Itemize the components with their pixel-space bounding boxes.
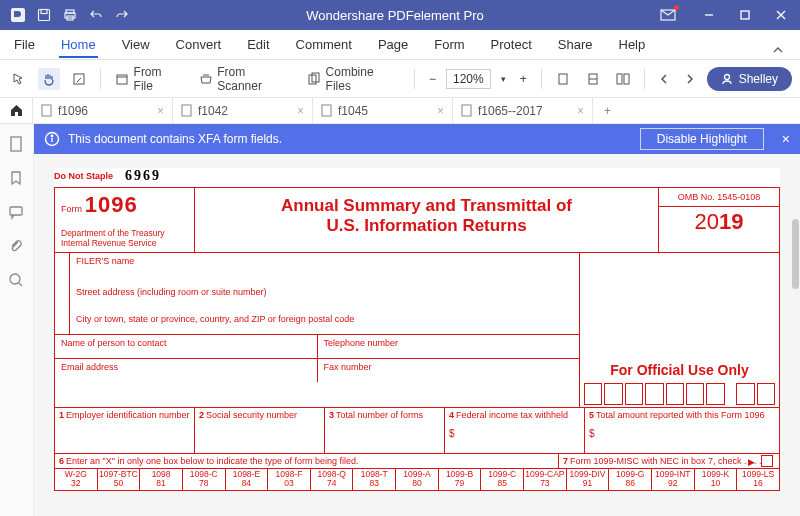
form-type-column[interactable]: 1098-E84	[226, 469, 269, 490]
nec-checkbox[interactable]	[761, 455, 773, 467]
form-type-column[interactable]: 1098-Q74	[311, 469, 354, 490]
menu-page[interactable]: Page	[376, 31, 410, 58]
form-type-column[interactable]: 1099-A80	[396, 469, 439, 490]
menu-help[interactable]: Help	[617, 31, 648, 58]
close-tab-icon[interactable]: ×	[577, 104, 584, 118]
email-field[interactable]: Email address	[55, 359, 318, 382]
from-scanner-button[interactable]: From Scanner	[195, 62, 295, 96]
next-page-button[interactable]	[681, 71, 699, 87]
thumbnails-icon[interactable]	[8, 136, 26, 154]
disable-highlight-button[interactable]: Disable Highlight	[640, 128, 764, 150]
zoom-out-button[interactable]: −	[425, 69, 440, 89]
close-button[interactable]	[764, 0, 798, 30]
page-canvas[interactable]: Do Not Staple6969 Form 1096 Department o…	[34, 154, 800, 516]
close-tab-icon[interactable]: ×	[157, 104, 164, 118]
department-label: Department of the Treasury Internal Reve…	[61, 228, 188, 248]
menu-edit[interactable]: Edit	[245, 31, 271, 58]
arrow-icon: ▶	[748, 457, 755, 467]
minimize-button[interactable]	[692, 0, 726, 30]
two-page-icon[interactable]	[612, 69, 634, 89]
prev-page-button[interactable]	[655, 71, 673, 87]
svg-rect-25	[11, 137, 21, 151]
toolbar: From File From Scanner Combine Files − 1…	[0, 60, 800, 98]
zoom-value[interactable]: 120%	[446, 69, 491, 89]
doc-tab-0[interactable]: f1096×	[32, 98, 172, 123]
undo-icon[interactable]	[88, 7, 104, 23]
close-tab-icon[interactable]: ×	[437, 104, 444, 118]
city-field[interactable]: City or town, state or province, country…	[69, 311, 579, 334]
combine-files-button[interactable]: Combine Files	[303, 62, 404, 96]
menu-convert[interactable]: Convert	[174, 31, 224, 58]
fit-width-icon[interactable]	[552, 69, 574, 89]
total-forms-field[interactable]: Total number of forms	[336, 410, 423, 420]
edit-tool-icon[interactable]	[68, 69, 90, 89]
telephone-field[interactable]: Telephone number	[318, 335, 580, 358]
doc-tab-1[interactable]: f1042×	[172, 98, 312, 123]
bookmarks-icon[interactable]	[8, 170, 26, 188]
menu-comment[interactable]: Comment	[294, 31, 354, 58]
menu-view[interactable]: View	[120, 31, 152, 58]
fax-field[interactable]: Fax number	[318, 359, 580, 382]
app-title: Wondershare PDFelement Pro	[130, 8, 660, 23]
close-notification-icon[interactable]: ×	[782, 131, 790, 147]
form-type-column[interactable]: 1099-B79	[439, 469, 482, 490]
search-icon[interactable]	[8, 272, 26, 290]
form-type-column[interactable]: 1097-BTC50	[98, 469, 141, 490]
close-tab-icon[interactable]: ×	[297, 104, 304, 118]
form-type-column[interactable]: 1099-LS16	[737, 469, 779, 490]
svg-rect-8	[741, 11, 749, 19]
fit-page-icon[interactable]	[582, 69, 604, 89]
titlebar: Wondershare PDFelement Pro	[0, 0, 800, 30]
mail-icon[interactable]	[660, 7, 676, 23]
redo-icon[interactable]	[114, 7, 130, 23]
form-type-column[interactable]: 1099-DIV91	[567, 469, 610, 490]
zoom-dropdown-icon[interactable]: ▾	[497, 71, 510, 87]
doc-tab-3[interactable]: f1065--2017×	[452, 98, 592, 123]
filer-name-field[interactable]: FILER'S name	[69, 253, 579, 284]
xfa-message: This document contains XFA form fields.	[68, 132, 282, 146]
save-icon[interactable]	[36, 7, 52, 23]
ein-field[interactable]: Employer identification number	[66, 410, 190, 420]
menu-protect[interactable]: Protect	[489, 31, 534, 58]
staple-number: 6969	[125, 168, 161, 184]
maximize-button[interactable]	[728, 0, 762, 30]
form-type-column[interactable]: 1099-INT92	[652, 469, 695, 490]
menu-home[interactable]: Home	[59, 31, 98, 58]
form-type-column[interactable]: 1098-F03	[268, 469, 311, 490]
home-tab-icon[interactable]	[0, 103, 32, 118]
form-type-column[interactable]: 1099-C85	[481, 469, 524, 490]
form-type-column[interactable]: 1099-CAP73	[524, 469, 567, 490]
user-button[interactable]: Shelley	[707, 67, 792, 91]
doc-tab-2[interactable]: f1045×	[312, 98, 452, 123]
scrollbar-thumb[interactable]	[792, 219, 799, 289]
street-address-field[interactable]: Street address (including room or suite …	[69, 284, 579, 311]
form-type-label: Enter an "X" in only one box below to in…	[66, 456, 359, 466]
form-type-column[interactable]: W-2G32	[55, 469, 98, 490]
menu-file[interactable]: File	[12, 31, 37, 58]
form-type-column[interactable]: 1099-K10	[695, 469, 738, 490]
from-file-button[interactable]: From File	[111, 62, 187, 96]
menu-share[interactable]: Share	[556, 31, 595, 58]
hand-tool-icon[interactable]	[38, 68, 60, 90]
ssn-field[interactable]: Social security number	[206, 410, 297, 420]
svg-rect-24	[462, 105, 471, 116]
new-tab-button[interactable]: +	[592, 98, 622, 123]
total-amount-field[interactable]: Total amount reported with this Form 109…	[596, 410, 765, 420]
form-type-column[interactable]: 1098-C78	[183, 469, 226, 490]
form-type-column[interactable]: 1099-G86	[609, 469, 652, 490]
contact-name-field[interactable]: Name of person to contact	[55, 335, 318, 358]
zoom-in-button[interactable]: +	[516, 69, 531, 89]
svg-rect-12	[117, 75, 127, 84]
menu-form[interactable]: Form	[432, 31, 466, 58]
attachments-icon[interactable]	[8, 238, 26, 256]
select-tool-icon[interactable]	[8, 69, 30, 89]
svg-line-28	[19, 283, 22, 286]
document-tabs: f1096× f1042× f1045× f1065--2017× +	[0, 98, 800, 124]
do-not-staple-label: Do Not Staple	[54, 171, 113, 181]
collapse-ribbon-icon[interactable]	[770, 39, 786, 63]
form-type-column[interactable]: 109881	[140, 469, 183, 490]
print-icon[interactable]	[62, 7, 78, 23]
tax-withheld-field[interactable]: Federal income tax withheld	[456, 410, 568, 420]
annotations-icon[interactable]	[8, 204, 26, 222]
form-type-column[interactable]: 1098-T83	[353, 469, 396, 490]
